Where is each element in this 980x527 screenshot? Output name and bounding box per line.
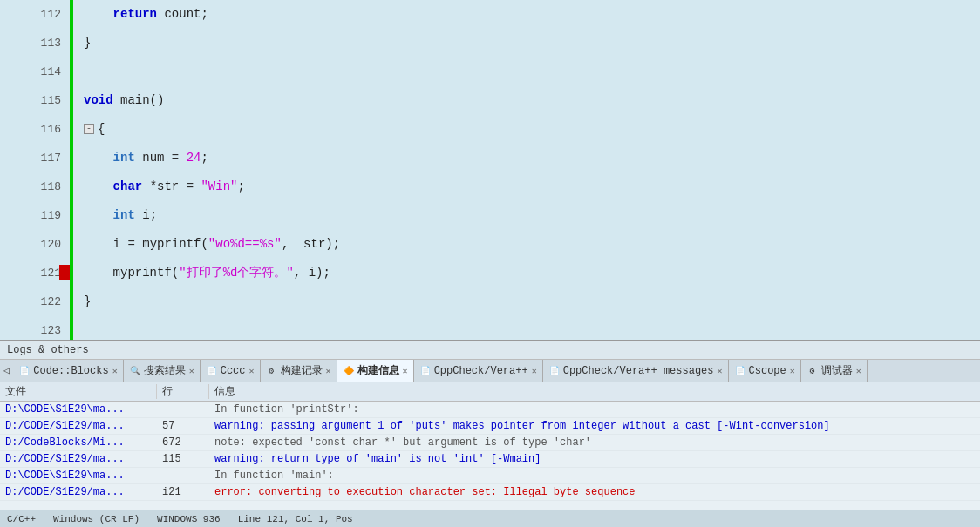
code-body bbox=[73, 316, 980, 340]
log-line-num: 115 bbox=[157, 453, 209, 465]
tab-icon-build-log: ⚙ bbox=[266, 365, 278, 377]
tab-label-cscope: Cscope bbox=[749, 365, 786, 377]
tab-label-search: 搜索结果 bbox=[144, 363, 186, 378]
log-file[interactable]: D:\CODE\S1E29\ma... bbox=[0, 403, 157, 416]
log-row[interactable]: D:/CODE/S1E29/ma...115warning: return ty… bbox=[0, 451, 980, 468]
code-body: return count; bbox=[73, 0, 980, 29]
tab-close-cscope[interactable]: ✕ bbox=[790, 366, 795, 376]
code-line: 115void main() bbox=[0, 86, 980, 115]
tab-close-debug[interactable]: ✕ bbox=[856, 366, 861, 376]
tab-build-info[interactable]: 🔶构建信息✕ bbox=[337, 360, 414, 382]
tab-label-cppcheck-msg: CppCheck/Vera++ messages bbox=[563, 365, 714, 377]
log-row[interactable]: D:/CodeBlocks/Mi...672note: expected 'co… bbox=[0, 435, 980, 451]
code-body: int i; bbox=[73, 201, 980, 230]
log-line-num: 672 bbox=[157, 436, 209, 449]
tabs-bar: ◁ 📄Code::Blocks✕🔍搜索结果✕📄Cccc✕⚙构建记录✕🔶构建信息✕… bbox=[0, 360, 980, 382]
code-body: myprintf("打印了%d个字符。", i); bbox=[73, 259, 980, 287]
line-number: 114 bbox=[0, 57, 70, 86]
tab-cppcheck-msg[interactable]: 📄CppCheck/Vera++ messages✕ bbox=[543, 360, 729, 382]
log-message: warning: passing argument 1 of 'puts' ma… bbox=[209, 420, 980, 432]
tab-cccc[interactable]: 📄Cccc✕ bbox=[201, 360, 261, 382]
tab-label-codeblocks: Code::Blocks bbox=[33, 365, 108, 377]
code-line: 114 bbox=[0, 57, 980, 86]
log-line-num: 57 bbox=[157, 420, 209, 432]
tab-label-debug: 调试器 bbox=[821, 363, 853, 378]
tab-icon-codeblocks: 📄 bbox=[18, 365, 31, 377]
logs-title: Logs & others bbox=[0, 341, 980, 360]
log-file[interactable]: D:\CODE\S1E29\ma... bbox=[0, 470, 157, 482]
tab-label-build-log: 构建记录 bbox=[281, 363, 323, 378]
status-position: Line 121, Col 1, Pos bbox=[238, 514, 353, 524]
tab-icon-debug: ⚙ bbox=[806, 365, 819, 377]
status-compiler: C/C++ bbox=[7, 514, 36, 524]
tab-label-cccc: Cccc bbox=[221, 365, 246, 377]
col-msg: 信息 bbox=[209, 384, 980, 399]
code-body: } bbox=[73, 29, 980, 57]
tab-close-search[interactable]: ✕ bbox=[189, 366, 194, 376]
code-body: int num = 24; bbox=[73, 144, 980, 172]
tab-close-codeblocks[interactable]: ✕ bbox=[112, 366, 118, 376]
tab-cscope[interactable]: 📄Cscope✕ bbox=[729, 360, 801, 382]
tab-close-cccc[interactable]: ✕ bbox=[249, 366, 255, 376]
tab-cppcheck[interactable]: 📄CppCheck/Vera++✕ bbox=[414, 360, 543, 382]
code-body: char *str = "Win"; bbox=[73, 172, 980, 201]
code-line: 119 int i; bbox=[0, 201, 980, 230]
log-file[interactable]: D:/CODE/S1E29/ma... bbox=[0, 420, 157, 432]
log-file[interactable]: D:/CODE/S1E29/ma... bbox=[0, 453, 157, 465]
code-line: 122} bbox=[0, 287, 980, 316]
log-row[interactable]: D:\CODE\S1E29\ma...In function 'main': bbox=[0, 468, 980, 484]
line-number: 119 bbox=[0, 201, 70, 230]
log-message: warning: return type of 'main' is not 'i… bbox=[209, 453, 980, 465]
line-number: 122 bbox=[0, 287, 70, 316]
code-body: -{ bbox=[73, 115, 980, 144]
line-number: 118 bbox=[0, 172, 70, 201]
log-row[interactable]: D:/CODE/S1E29/ma...57warning: passing ar… bbox=[0, 418, 980, 435]
log-message: In function 'printStr': bbox=[209, 403, 980, 416]
tab-icon-build-info: 🔶 bbox=[343, 365, 355, 377]
logs-panel: Logs & others ◁ 📄Code::Blocks✕🔍搜索结果✕📄Ccc… bbox=[0, 340, 980, 510]
col-file: 文件 bbox=[0, 384, 157, 399]
tab-search[interactable]: 🔍搜索结果✕ bbox=[124, 360, 201, 382]
code-editor: 112 return count;113}114115void main()11… bbox=[0, 0, 980, 340]
tab-close-cppcheck[interactable]: ✕ bbox=[532, 366, 537, 376]
code-line: 113} bbox=[0, 29, 980, 57]
log-file[interactable]: D:/CODE/S1E29/ma... bbox=[0, 486, 157, 498]
tab-debug[interactable]: ⚙调试器✕ bbox=[801, 360, 868, 382]
line-number: 112 bbox=[0, 0, 70, 29]
tab-icon-search: 🔍 bbox=[129, 365, 141, 377]
collapse-icon[interactable]: - bbox=[84, 124, 94, 134]
line-number: 117 bbox=[0, 144, 70, 172]
tab-nav-prev[interactable]: ◁ bbox=[0, 360, 13, 382]
code-scroll[interactable]: 112 return count;113}114115void main()11… bbox=[0, 0, 980, 340]
tab-icon-cppcheck-msg: 📄 bbox=[548, 365, 561, 377]
code-line: 118 char *str = "Win"; bbox=[0, 172, 980, 201]
code-body bbox=[73, 57, 980, 86]
code-body: void main() bbox=[73, 86, 980, 115]
status-bar: C/C++ Windows (CR LF) WINDOWS 936 Line 1… bbox=[0, 510, 980, 527]
log-row[interactable]: D:\CODE\S1E29\ma...In function 'printStr… bbox=[0, 402, 980, 418]
code-content: 112 return count;113}114115void main()11… bbox=[0, 0, 980, 340]
code-line: 120 i = myprintf("wo%d==%s", str); bbox=[0, 230, 980, 259]
log-rows[interactable]: D:\CODE\S1E29\ma...In function 'printStr… bbox=[0, 402, 980, 510]
code-body: i = myprintf("wo%d==%s", str); bbox=[73, 230, 980, 259]
log-message: In function 'main': bbox=[209, 470, 980, 482]
tab-codeblocks[interactable]: 📄Code::Blocks✕ bbox=[13, 360, 123, 382]
tab-close-build-log[interactable]: ✕ bbox=[326, 366, 331, 376]
tab-close-build-info[interactable]: ✕ bbox=[403, 366, 408, 376]
tab-label-cppcheck: CppCheck/Vera++ bbox=[434, 365, 528, 377]
tab-icon-cppcheck: 📄 bbox=[419, 365, 432, 377]
table-header: 文件 行 信息 bbox=[0, 382, 980, 402]
code-line: 117 int num = 24; bbox=[0, 144, 980, 172]
code-line: 112 return count; bbox=[0, 0, 980, 29]
log-row[interactable]: D:/CODE/S1E29/ma...i21error: converting … bbox=[0, 484, 980, 501]
code-line: 123 bbox=[0, 316, 980, 340]
tab-label-build-info: 构建信息 bbox=[357, 363, 399, 378]
tab-build-log[interactable]: ⚙构建记录✕ bbox=[261, 360, 337, 382]
main-container: 112 return count;113}114115void main()11… bbox=[0, 0, 980, 527]
col-line: 行 bbox=[157, 384, 209, 399]
tab-close-cppcheck-msg[interactable]: ✕ bbox=[718, 366, 723, 376]
tab-icon-cccc: 📄 bbox=[206, 365, 218, 377]
log-file[interactable]: D:/CodeBlocks/Mi... bbox=[0, 436, 157, 449]
code-line: 116-{ bbox=[0, 115, 980, 144]
line-number: 113 bbox=[0, 29, 70, 57]
